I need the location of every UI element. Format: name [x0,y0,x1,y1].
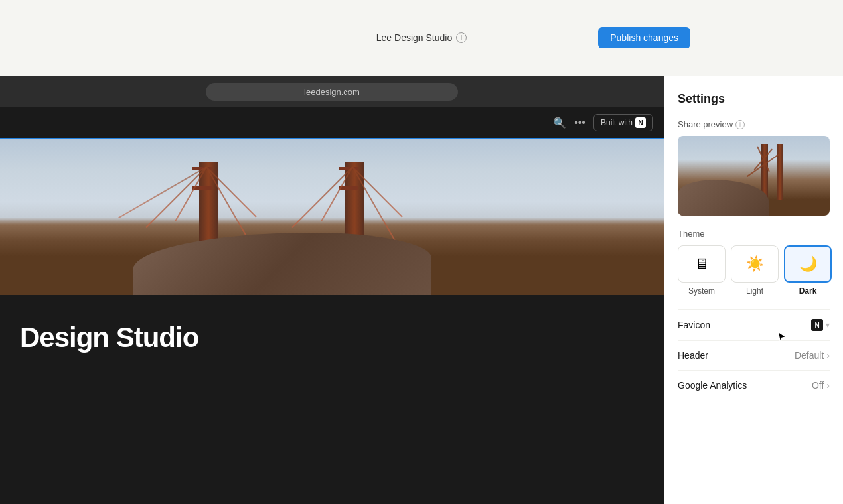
light-theme-icon[interactable]: ☀️ [731,245,779,283]
search-icon[interactable]: 🔍 [553,117,566,129]
hero-image [0,139,664,295]
favicon-notion-icon: N [811,319,823,331]
favicon-label: Favicon [678,320,710,330]
theme-options: 🖥 System ☀️ Light 🌙 Dark [678,245,830,296]
preview-tower-right [777,144,783,200]
bridge-background [0,139,664,295]
settings-panel: Settings Share preview i Theme 🖥 System … [664,76,843,504]
favicon-row[interactable]: Favicon N ▾ [678,309,830,340]
share-preview-info-icon[interactable]: i [735,120,745,129]
theme-section: Theme 🖥 System ☀️ Light 🌙 Dark [678,229,830,296]
system-theme-label: System [688,286,715,296]
share-preview-image [678,136,830,216]
google-analytics-label: Google Analytics [678,380,747,391]
page-heading: Design Studio [20,322,644,353]
preview-rocky-base [678,180,769,216]
top-bar: Lee Design Studio i Publish changes [0,0,843,76]
dark-theme-icon[interactable]: 🌙 [784,245,832,283]
page-title: Lee Design Studio [376,32,452,43]
settings-rows: Favicon N ▾ Header Default › Google Anal… [678,309,830,400]
rocky-base [133,233,431,295]
header-value: Default › [795,350,830,361]
page-title-container: Lee Design Studio i [376,32,467,43]
notion-logo: N [635,117,646,128]
page-content: Design Studio [0,295,664,380]
google-analytics-value: Off › [812,380,830,391]
title-info-icon[interactable]: i [456,32,467,43]
built-with-label: Built with [601,118,633,127]
built-with-button[interactable]: Built with N [593,114,653,131]
dark-theme-label: Dark [799,286,817,296]
preview-area: leedesign.com 🔍 ••• Built with N [0,76,664,504]
favicon-chevron-down: ▾ [826,320,830,330]
google-analytics-row[interactable]: Google Analytics Off › [678,370,830,400]
browser-chrome: leedesign.com [0,76,664,107]
header-chevron-right: › [826,350,830,361]
theme-option-system[interactable]: 🖥 System [678,245,726,296]
address-bar[interactable]: leedesign.com [206,83,458,101]
theme-label: Theme [678,229,830,239]
system-theme-icon[interactable]: 🖥 [678,245,726,283]
settings-title: Settings [678,92,830,106]
more-options-icon[interactable]: ••• [574,117,585,129]
header-row[interactable]: Header Default › [678,340,830,370]
browser-toolbar: 🔍 ••• Built with N [0,107,664,139]
publish-changes-button[interactable]: Publish changes [598,27,690,48]
theme-option-light[interactable]: ☀️ Light [731,245,779,296]
light-theme-label: Light [746,286,763,296]
favicon-value: N ▾ [811,319,830,331]
share-preview-label: Share preview i [678,119,830,129]
analytics-chevron-right: › [826,380,830,391]
theme-option-dark[interactable]: 🌙 Dark [784,245,832,296]
header-label: Header [678,350,708,361]
